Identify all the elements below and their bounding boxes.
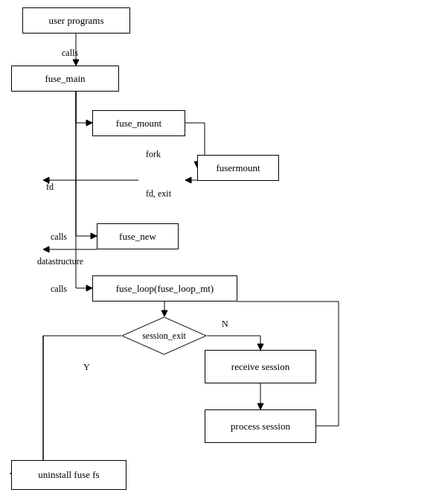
Y-label: Y xyxy=(83,362,90,373)
uninstall-box: uninstall fuse fs xyxy=(11,460,126,490)
svg-marker-16 xyxy=(43,246,49,252)
svg-marker-1 xyxy=(73,60,79,66)
fd-exit-label: fd, exit xyxy=(146,188,171,200)
svg-marker-26 xyxy=(257,403,263,409)
datastructure-label: datastructure xyxy=(37,256,83,267)
fuse-main-box: fuse_main xyxy=(11,66,119,92)
session-exit-diamond: session_exit xyxy=(121,316,207,355)
calls2-label: calls xyxy=(51,232,67,243)
svg-marker-21 xyxy=(161,310,167,316)
fuse-new-box: fuse_new xyxy=(97,223,179,249)
process-session-box: process session xyxy=(205,409,316,443)
svg-marker-14 xyxy=(91,233,97,239)
fork-label: fork xyxy=(146,149,161,160)
N-label: N xyxy=(222,319,228,330)
fd-label: fd xyxy=(46,182,54,193)
fuse-loop-box: fuse_loop(fuse_loop_mt) xyxy=(92,275,237,302)
calls3-label: calls xyxy=(51,284,67,295)
svg-marker-19 xyxy=(86,285,92,291)
flowchart-diagram: user programs fuse_main fuse_mount fuser… xyxy=(0,0,442,504)
fuse-mount-box: fuse_mount xyxy=(92,110,185,136)
svg-marker-24 xyxy=(257,344,263,350)
svg-marker-4 xyxy=(86,120,92,126)
svg-marker-9 xyxy=(185,177,191,183)
receive-session-box: receive session xyxy=(205,350,316,383)
fusermount-box: fusermount xyxy=(197,155,279,181)
user-programs-box: user programs xyxy=(22,7,130,34)
calls1-label: calls xyxy=(62,48,78,59)
